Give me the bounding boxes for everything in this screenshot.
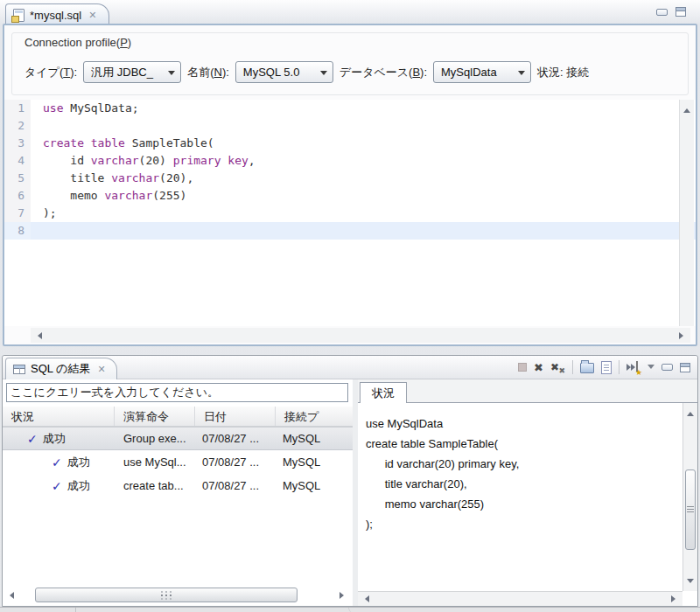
status-text: 成功 bbox=[67, 478, 90, 494]
divider bbox=[75, 608, 76, 612]
code-text: memo varchar(255) bbox=[31, 187, 186, 205]
success-check-icon: ✓ bbox=[52, 479, 62, 493]
scroll-down-icon[interactable] bbox=[687, 579, 694, 587]
scroll-right-icon[interactable] bbox=[671, 595, 679, 602]
line-number: 5 bbox=[4, 170, 31, 187]
close-icon[interactable]: ✕ bbox=[95, 364, 105, 375]
scroll-up-icon[interactable] bbox=[683, 105, 690, 113]
results-table-header: 状況 演算命令 日付 接続プ bbox=[3, 407, 353, 427]
results-tab-title: SQL の結果 bbox=[31, 361, 90, 377]
scroll-left-icon[interactable] bbox=[34, 332, 42, 339]
code-text: create table SampleTable( bbox=[31, 135, 214, 152]
column-header-status[interactable]: 状況 bbox=[3, 407, 115, 426]
result-row[interactable]: ✓成功create tab...07/08/27 ...MySQL bbox=[3, 474, 353, 497]
date-text: 07/08/27 ... bbox=[195, 479, 276, 492]
scroll-left-icon[interactable] bbox=[361, 595, 369, 602]
code-editor[interactable]: 1use MySqlData;23create table SampleTabl… bbox=[4, 100, 696, 326]
code-line[interactable]: 2 bbox=[4, 117, 696, 135]
show-result-filter-icon[interactable]: ★ bbox=[626, 361, 640, 374]
code-line[interactable]: 1use MySqlData; bbox=[4, 100, 696, 117]
profile-text: MySQL bbox=[276, 479, 353, 492]
results-tab[interactable]: SQL の結果 ✕ bbox=[5, 358, 117, 379]
detail-sql-text[interactable]: use MySqlData create table SampleTable( … bbox=[366, 414, 678, 588]
code-line[interactable]: 4 id varchar(20) primary key, bbox=[4, 152, 696, 170]
column-header-profile[interactable]: 接続プ bbox=[276, 407, 353, 426]
editor-horizontal-scrollbar[interactable] bbox=[31, 328, 690, 343]
code-text bbox=[31, 222, 43, 240]
code-line[interactable]: 8 bbox=[4, 222, 696, 240]
scrollbar-thumb[interactable] bbox=[685, 469, 696, 550]
result-row[interactable]: ✓成功use MySql...07/08/27 ...MySQL bbox=[3, 450, 353, 474]
line-number: 6 bbox=[4, 187, 31, 205]
results-tab-bar: SQL の結果 ✕ ✖ ✖✖ ★ bbox=[3, 356, 697, 379]
close-icon[interactable]: ✕ bbox=[87, 10, 96, 21]
code-line[interactable]: 7); bbox=[4, 205, 696, 222]
success-check-icon: ✓ bbox=[52, 456, 62, 469]
next-view-edge bbox=[0, 607, 700, 612]
code-line[interactable]: 6 memo varchar(255) bbox=[4, 187, 696, 205]
editor-window-controls bbox=[656, 7, 686, 17]
line-number: 2 bbox=[4, 117, 31, 135]
toolbar-separator bbox=[619, 360, 620, 374]
name-label: 名前(N): bbox=[187, 65, 229, 80]
toolbar-separator bbox=[572, 360, 573, 374]
chevron-down-icon[interactable] bbox=[513, 66, 530, 79]
minimize-icon[interactable] bbox=[662, 364, 673, 371]
detail-vertical-scrollbar[interactable] bbox=[682, 403, 697, 591]
open-folder-icon[interactable] bbox=[580, 363, 594, 373]
tab-curve-hint bbox=[348, 608, 360, 612]
date-text: 07/08/27 ... bbox=[195, 456, 276, 469]
operation-text: use MySql... bbox=[115, 456, 195, 469]
database-combo-value: MySqlData bbox=[441, 66, 497, 79]
detail-tab-status[interactable]: 状況 bbox=[360, 382, 407, 403]
results-body: 状況 演算命令 日付 接続プ ✓成功Group exe...07/08/27 .… bbox=[3, 379, 697, 606]
chevron-down-icon[interactable] bbox=[163, 66, 180, 79]
column-header-date[interactable]: 日付 bbox=[195, 407, 276, 426]
result-row[interactable]: ✓成功Group exe...07/08/27 ...MySQL bbox=[3, 427, 353, 450]
remove-all-results-icon[interactable]: ✖✖ bbox=[550, 361, 565, 373]
profile-text: MySQL bbox=[276, 432, 353, 445]
code-text bbox=[31, 117, 43, 135]
export-file-icon[interactable] bbox=[601, 361, 612, 374]
name-combo[interactable]: MySQL 5.0 bbox=[235, 61, 333, 83]
sql-results-view: SQL の結果 ✕ ✖ ✖✖ ★ 状況 bbox=[2, 355, 698, 607]
column-header-operation[interactable]: 演算命令 bbox=[115, 407, 195, 426]
editor-tab-title: *mysql.sql bbox=[30, 9, 81, 22]
scroll-left-icon[interactable] bbox=[6, 592, 14, 599]
editor-tab-mysql-sql[interactable]: *mysql.sql ✕ bbox=[5, 3, 109, 25]
detail-horizontal-scrollbar[interactable] bbox=[358, 591, 682, 606]
results-table-icon bbox=[13, 365, 25, 374]
connection-profile-row: タイプ(T): 汎用 JDBC_ 名前(N): MySQL 5.0 データベース… bbox=[24, 61, 682, 83]
editor-body: Connection profile(P) タイプ(T): 汎用 JDBC_ 名… bbox=[3, 24, 697, 346]
maximize-icon[interactable] bbox=[676, 7, 686, 17]
editor-vertical-scrollbar[interactable] bbox=[679, 100, 694, 326]
connection-profile-group: Connection profile(P) タイプ(T): 汎用 JDBC_ 名… bbox=[11, 32, 689, 95]
type-combo[interactable]: 汎用 JDBC_ bbox=[83, 61, 181, 83]
type-label: タイプ(T): bbox=[24, 65, 77, 80]
line-number: 3 bbox=[4, 135, 31, 152]
results-toolbar: ✖ ✖✖ ★ bbox=[518, 359, 690, 375]
database-combo[interactable]: MySqlData bbox=[433, 61, 531, 83]
results-horizontal-scrollbar[interactable] bbox=[6, 588, 347, 603]
scroll-right-icon[interactable] bbox=[340, 592, 347, 599]
view-menu-chevron-icon[interactable] bbox=[648, 365, 654, 372]
chevron-down-icon[interactable] bbox=[315, 66, 332, 79]
maximize-icon[interactable] bbox=[680, 363, 690, 372]
code-text: title varchar(20), bbox=[31, 170, 193, 187]
scroll-up-icon[interactable] bbox=[687, 408, 694, 416]
minimize-icon[interactable] bbox=[656, 9, 668, 16]
type-combo-value: 汎用 JDBC_ bbox=[91, 65, 153, 80]
remove-result-icon[interactable]: ✖ bbox=[534, 362, 543, 373]
editor-tab-bar: *mysql.sql ✕ bbox=[4, 2, 696, 24]
terminate-result-icon[interactable] bbox=[518, 363, 527, 372]
status-text: 成功 bbox=[43, 431, 66, 447]
date-text: 07/08/27 ... bbox=[195, 432, 276, 445]
query-filter-input[interactable] bbox=[6, 383, 348, 402]
code-line[interactable]: 5 title varchar(20), bbox=[4, 170, 696, 187]
code-line[interactable]: 3create table SampleTable( bbox=[4, 135, 696, 152]
connection-profile-label: Connection profile(P) bbox=[24, 36, 131, 49]
scrollbar-thumb[interactable] bbox=[35, 588, 298, 602]
code-text: use MySqlData; bbox=[31, 100, 139, 117]
scroll-right-icon[interactable] bbox=[679, 332, 687, 339]
line-number: 4 bbox=[4, 152, 31, 170]
